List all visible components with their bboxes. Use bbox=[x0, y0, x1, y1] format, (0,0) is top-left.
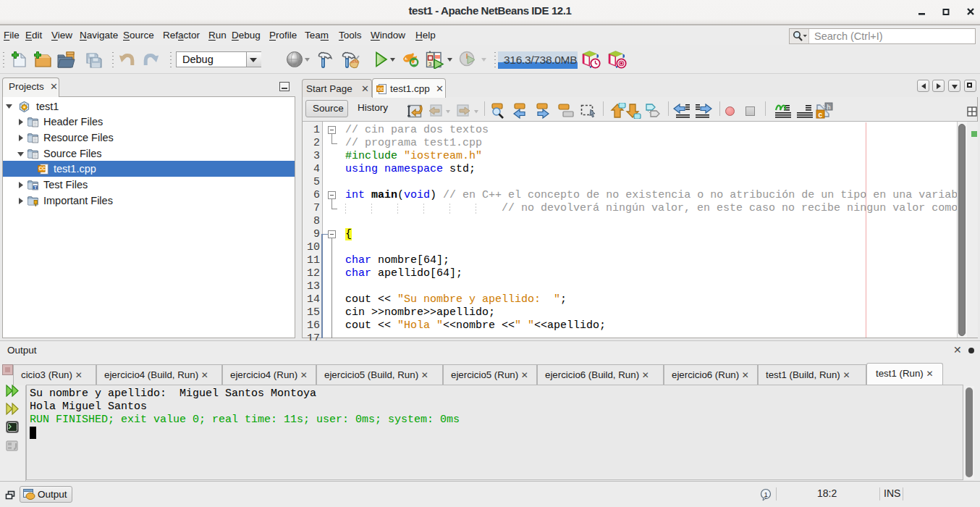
svg-text:c: c bbox=[819, 111, 823, 119]
svg-text:CC: CC bbox=[377, 86, 384, 91]
svg-text:3: 3 bbox=[428, 61, 432, 67]
svg-text:T: T bbox=[34, 185, 37, 190]
svg-text:CC: CC bbox=[39, 166, 46, 171]
svg-text:1: 1 bbox=[764, 491, 768, 498]
